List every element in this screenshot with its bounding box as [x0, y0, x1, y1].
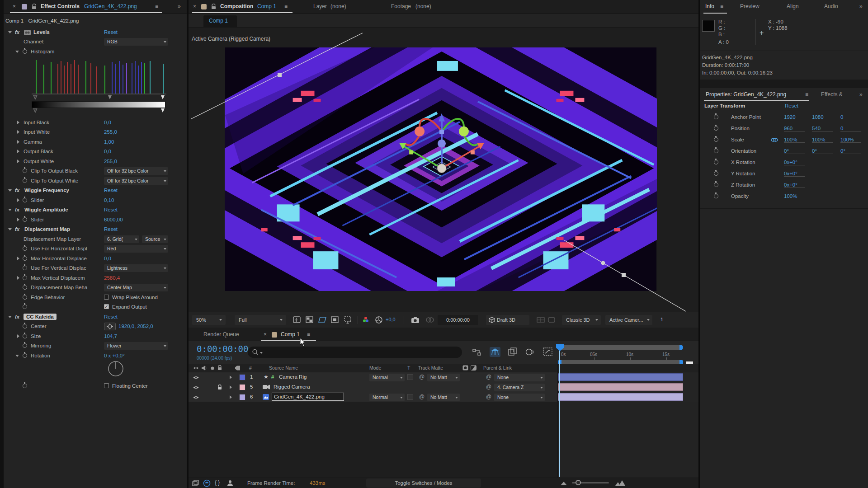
exposure-icon[interactable]: [375, 316, 383, 324]
column-mode[interactable]: Mode: [369, 365, 381, 371]
use-horizontal-dropdown[interactable]: Red: [104, 245, 168, 253]
zoom-dropdown[interactable]: 50%: [192, 315, 226, 325]
navigator-end-handle[interactable]: [679, 345, 683, 350]
levels-output-gradient[interactable]: [32, 101, 165, 108]
effect-name[interactable]: Levels: [33, 29, 50, 35]
eye-icon[interactable]: [193, 385, 199, 389]
transparency-grid-icon[interactable]: [306, 316, 314, 324]
exposure-value[interactable]: +0,0: [386, 317, 396, 322]
value-z[interactable]: 0: [840, 114, 861, 120]
layer-row-2[interactable]: 5 Rigged Camera @ 4. Camera Z: [189, 382, 558, 392]
toggle-switches-button[interactable]: Toggle Switches / Modes: [366, 479, 481, 488]
fast-previews-icon[interactable]: [293, 316, 301, 324]
value-y[interactable]: 1080: [812, 114, 833, 120]
view-layout-dropdown[interactable]: Active Camer...: [605, 315, 652, 325]
panel-menu-icon[interactable]: ≡: [720, 3, 723, 9]
wrap-pixels-checkbox[interactable]: [104, 295, 109, 300]
value-z[interactable]: 100%: [840, 137, 861, 143]
panel-overflow-icon[interactable]: »: [178, 3, 181, 9]
resolution-dropdown[interactable]: Full: [235, 315, 286, 325]
layer-transform-group[interactable]: Layer Transform: [704, 103, 745, 108]
fx-badge[interactable]: fx: [15, 29, 19, 35]
expand-output-checkbox[interactable]: ✓: [104, 304, 109, 309]
property-value[interactable]: 1920,0, 2052,0: [118, 324, 153, 329]
mini-flowchart-icon[interactable]: [472, 348, 482, 357]
draft-3d-toggle[interactable]: Draft 3D: [486, 315, 529, 325]
layer-bar[interactable]: [558, 373, 683, 381]
tab-effects-partial[interactable]: Effects &: [821, 91, 843, 98]
parent-pickwhip-icon[interactable]: @: [486, 394, 491, 400]
disp-behavior-dropdown[interactable]: Center Map: [104, 284, 168, 291]
channel-dropdown[interactable]: RGB: [104, 38, 168, 46]
layer-row-1[interactable]: 1 ★ # Camera Rig Normal @ No Matt @ None: [189, 372, 558, 382]
eye-icon[interactable]: [193, 375, 199, 380]
close-icon[interactable]: ×: [193, 3, 196, 9]
view-count[interactable]: 1: [660, 317, 663, 322]
close-icon[interactable]: ×: [13, 3, 16, 9]
stopwatch-icon[interactable]: [714, 171, 718, 176]
pickwhip-icon[interactable]: @: [419, 374, 425, 380]
reset-link[interactable]: Reset: [104, 29, 118, 35]
mask-visibility-icon[interactable]: [331, 316, 339, 324]
renderer-dropdown[interactable]: Classic 3D: [562, 315, 601, 325]
tab-info[interactable]: Info: [705, 3, 714, 9]
layer-color-swatch[interactable]: [239, 374, 245, 380]
layer-bar[interactable]: [558, 383, 683, 391]
use-vertical-dropdown[interactable]: Lightness: [104, 264, 168, 272]
reset-link[interactable]: Reset: [104, 207, 118, 212]
point-picker-icon[interactable]: [104, 323, 116, 330]
track-matte-dropdown[interactable]: No Matt: [427, 394, 460, 401]
property-value[interactable]: 1,00: [104, 139, 114, 145]
layer-bar[interactable]: [558, 393, 683, 401]
column-parent-link[interactable]: Parent & Link: [483, 365, 512, 371]
reset-link[interactable]: Reset: [104, 188, 118, 193]
disp-layer-dropdown[interactable]: 6. Grid(: [104, 235, 139, 243]
tab-render-queue[interactable]: Render Queue: [203, 331, 239, 338]
unlock-icon[interactable]: [32, 4, 37, 9]
value-y[interactable]: 540: [812, 126, 833, 131]
property-value[interactable]: 0,0: [104, 256, 111, 261]
twirl-right-icon[interactable]: [230, 395, 232, 399]
reset-link[interactable]: Reset: [104, 314, 118, 319]
parent-dropdown[interactable]: None: [494, 394, 545, 401]
property-value[interactable]: 255,0: [104, 159, 117, 164]
panel-menu-icon[interactable]: ≡: [155, 3, 158, 9]
levels-input-sliders[interactable]: [30, 95, 168, 100]
preview-time-display[interactable]: 0:00:00:00: [438, 315, 478, 325]
link-icon[interactable]: [771, 137, 778, 142]
property-value[interactable]: 255,0: [104, 129, 117, 135]
value-x[interactable]: 960: [784, 126, 805, 131]
levels-histogram[interactable]: [32, 57, 166, 96]
property-value[interactable]: 0,0: [104, 120, 111, 125]
current-time-display[interactable]: 0:00:00:00: [197, 344, 248, 354]
reset-link[interactable]: Reset: [104, 226, 118, 232]
stopwatch-icon[interactable]: [714, 126, 718, 131]
property-value[interactable]: 6000,00: [104, 217, 123, 222]
value-x[interactable]: 1920: [784, 114, 805, 120]
track-matte-dropdown[interactable]: No Matt: [427, 374, 460, 381]
eye-icon[interactable]: [193, 395, 199, 399]
search-input[interactable]: [248, 347, 462, 358]
blend-mode-dropdown[interactable]: Normal: [369, 374, 405, 381]
pickwhip-icon[interactable]: @: [419, 394, 425, 400]
panel-overflow-icon[interactable]: »: [859, 3, 863, 9]
stopwatch-icon[interactable]: [714, 149, 718, 153]
tab-align[interactable]: Align: [787, 3, 799, 9]
motion-blur-icon[interactable]: [525, 347, 536, 357]
floating-center-checkbox[interactable]: [104, 383, 109, 388]
tab-effect-controls-file[interactable]: GridGen_4K_422.png: [84, 3, 137, 9]
value-x[interactable]: 0°: [784, 148, 805, 154]
value[interactable]: 0x+0°: [784, 182, 805, 188]
channel-rgb-icon[interactable]: [362, 316, 370, 324]
layer-name-edit-box[interactable]: GridGen_4K_422.png: [272, 393, 344, 401]
graph-editor-icon[interactable]: [543, 347, 553, 357]
tab-composition-comp[interactable]: Comp 1: [257, 3, 276, 9]
twirl-down-icon[interactable]: [8, 31, 12, 33]
effect-name[interactable]: Displacement Map: [24, 226, 70, 232]
property-value-modified[interactable]: 2580,4: [104, 275, 120, 281]
timeline-split-divider[interactable]: [557, 364, 558, 478]
stopwatch-icon[interactable]: [23, 169, 27, 173]
value[interactable]: 0x+0°: [784, 171, 805, 177]
layer-color-swatch[interactable]: [239, 384, 245, 390]
zoom-in-mountains-icon[interactable]: [615, 480, 625, 486]
